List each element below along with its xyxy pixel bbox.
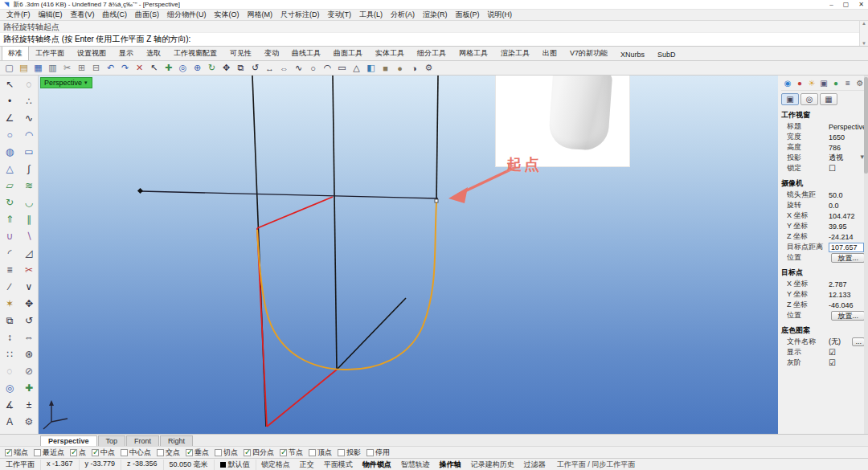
offset-icon[interactable]: ≡ [0,261,19,278]
explode-icon[interactable]: ✶ [0,295,19,312]
maximize-button[interactable]: ▢ [843,1,850,8]
surface-icon[interactable]: ▱ [0,177,19,194]
scale-icon[interactable]: ↕ [0,329,19,345]
ribbon-tab[interactable]: 渲染工具 [494,46,536,60]
status-toggle[interactable]: 平面模式 [319,460,358,470]
menu-item[interactable]: 分析(A) [387,10,419,20]
osnap-toggle[interactable]: 节点 [280,448,303,458]
property-value[interactable]: 放置... [831,253,865,263]
status-toggle[interactable]: 记录建构历史 [466,460,519,470]
ribbon-tab[interactable]: 工作视窗配置 [167,46,223,60]
point-cloud-icon[interactable]: ∴ [19,92,39,109]
mirror-icon[interactable]: ⇔ [19,329,39,345]
menu-item[interactable]: 尺寸标注(D) [276,10,324,20]
status-toggle[interactable]: 智慧轨迹 [396,460,435,470]
save-icon[interactable]: ▦ [31,62,45,75]
menu-item[interactable]: 工具(L) [355,10,387,20]
move-icon[interactable]: ✥ [19,295,39,312]
rotate-icon[interactable]: ↺ [19,312,39,329]
property-value[interactable]: 放置... [831,311,865,321]
menu-item[interactable]: 曲面(S) [131,10,163,20]
menu-item[interactable]: 变动(T) [324,10,356,20]
property-value[interactable]: 50.0 [829,191,866,199]
zoom-extents-icon[interactable]: ⊕ [190,62,204,75]
material-tab-icon[interactable]: ● [795,78,805,88]
status-toggle[interactable]: 物件锁点 [358,460,396,470]
property-value[interactable]: ☑ [829,358,866,367]
status-cell[interactable]: y -33.779 [80,460,122,470]
move-icon[interactable]: ✥ [219,62,233,75]
ribbon-tab[interactable]: 选取 [140,46,167,60]
redo-icon[interactable]: ↷ [118,62,132,75]
select-icon[interactable]: ↖ [0,76,19,92]
close-button[interactable]: ✕ [858,1,864,8]
viewport[interactable]: Perspective ▾ [39,76,778,434]
ribbon-tab[interactable]: 变动 [258,46,285,60]
ellipse-icon[interactable]: ◍ [0,143,19,160]
undo-icon[interactable]: ↶ [104,62,117,75]
pipe-icon[interactable]: ∥ [19,210,39,227]
menu-item[interactable]: 网格(M) [244,10,277,20]
status-toggle[interactable]: 正交 [295,460,319,470]
osnap-toggle[interactable]: 交点 [157,448,180,458]
paste-icon[interactable]: ⊟ [89,62,103,75]
ribbon-tab[interactable]: 标准 [2,46,29,60]
property-value[interactable]: -46.046 [829,301,866,309]
ribbon-tab[interactable]: 曲线工具 [285,46,327,60]
property-value[interactable]: (无) [829,337,852,347]
circle-icon[interactable]: ○ [0,126,19,143]
polygon-icon[interactable]: △ [0,160,19,177]
menu-item[interactable]: 曲线(C) [99,10,132,20]
surface-icon[interactable]: ◧ [364,62,378,75]
lens-settings-button[interactable]: ◎ [800,93,818,105]
property-value[interactable]: 786 [829,144,866,152]
ribbon-tab[interactable]: V7的新功能 [563,46,614,60]
properties-tab-icon[interactable]: ◉ [783,78,792,88]
loft-icon[interactable]: ≋ [19,177,39,194]
pan-icon[interactable]: ✚ [19,379,39,396]
ribbon-tab[interactable]: SubD [651,48,682,60]
ribbon-tab[interactable]: 设置视图 [71,46,113,60]
status-cell[interactable]: 默认值 [215,460,256,470]
rotate-icon[interactable]: ↺ [248,62,262,75]
ribbon-tab[interactable]: XNurbs [614,48,651,60]
property-value[interactable]: 107.657 [829,243,864,252]
osnap-toggle[interactable]: 停用 [366,448,390,458]
delete-icon[interactable]: ✕ [133,62,146,75]
property-value[interactable]: 0.0 [829,202,866,210]
layers-tab-icon[interactable]: ≡ [843,78,853,88]
open-icon[interactable]: ▤ [17,62,31,75]
chamfer-icon[interactable]: ◿ [19,244,39,261]
trim-icon[interactable]: ✂ [19,261,39,278]
ribbon-tab[interactable]: 网格工具 [452,46,494,60]
rectangle-icon[interactable]: ▭ [335,62,349,75]
select-arrow-icon[interactable]: ↖ [147,62,161,75]
curve-icon[interactable]: ∿ [19,109,39,126]
menu-item[interactable]: 面板(P) [452,10,484,20]
status-cell[interactable]: x -1.367 [41,460,80,470]
menu-item[interactable]: 编辑(E) [35,10,67,20]
status-toggle[interactable]: 操作轴 [435,460,466,470]
array-icon[interactable]: ∷ [0,345,19,362]
environment-tab-icon[interactable]: ● [831,78,841,88]
ribbon-tab[interactable]: 实体工具 [369,46,411,60]
osnap-toggle[interactable]: 垂点 [186,448,209,458]
property-value[interactable]: ☑ [829,348,866,357]
scale-icon[interactable]: ↔ [263,62,276,75]
menu-item[interactable]: 渲染(R) [419,10,452,20]
ribbon-tab[interactable]: 工作平面 [29,46,71,60]
property-value[interactable]: 透视 [829,153,866,163]
panel-scrollbar[interactable] [864,76,868,434]
ribbon-tab[interactable]: 细分工具 [411,46,452,60]
viewport-tab[interactable]: Right [160,435,193,446]
wallpaper-settings-button[interactable]: ▦ [820,93,837,105]
ribbon-tab[interactable]: 显示 [113,46,140,60]
command-area[interactable]: 路径旋转轴起点 路径旋转轴终点 (按 Enter 使用工作平面 Z 轴的方向):… [0,21,868,47]
options-icon[interactable]: ⚙ [422,62,436,75]
boolean-union-icon[interactable]: ∪ [0,227,19,244]
scroll-up-icon[interactable]: ▲ [862,21,866,26]
text-icon[interactable]: A [0,413,19,430]
ribbon-tab[interactable]: 可见性 [223,46,258,60]
copy-icon[interactable]: ⊞ [75,62,88,75]
revolve-icon[interactable]: ↻ [0,194,19,210]
